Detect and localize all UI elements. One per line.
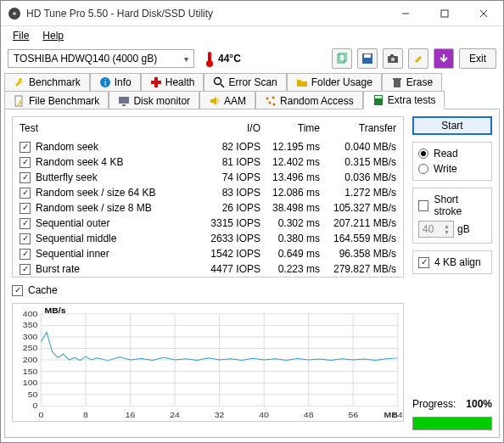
tab-folder-usage[interactable]: Folder Usage [287, 73, 382, 91]
info-icon: i [99, 76, 111, 88]
tab-random-access[interactable]: Random Access [255, 91, 363, 109]
tab-disk-monitor[interactable]: Disk monitor [109, 91, 199, 109]
tab-label: File Benchmark [29, 95, 99, 107]
radio-dot-icon [418, 149, 428, 159]
checkbox-icon [20, 233, 31, 244]
cell-time: 12.195 ms [260, 141, 320, 153]
tab-label: Info [115, 76, 132, 88]
table-row: Burst rate4477 IOPS0.223 ms279.827 MB/s [13, 261, 403, 277]
tab-extra-tests[interactable]: Extra tests [363, 91, 445, 109]
svg-line-18 [221, 84, 224, 87]
radio-read[interactable]: Read [418, 148, 486, 160]
svg-text:350: 350 [23, 321, 38, 330]
cell-io: 74 IOPS [201, 171, 260, 183]
tab-file-benchmark[interactable]: File Benchmark [4, 91, 109, 109]
monitor-icon [118, 95, 130, 107]
svg-text:300: 300 [23, 332, 38, 341]
table-row: Random seek 4 KB81 IOPS12.402 ms0.315 MB… [13, 154, 403, 170]
tab-benchmark[interactable]: Benchmark [4, 73, 90, 91]
checkbox-icon [12, 285, 23, 296]
svg-text:8: 8 [83, 410, 88, 419]
short-stroke-group: Short stroke 40 ▲▼ gB [412, 188, 492, 244]
table-row: Random seek / size 8 MB26 IOPS38.498 ms1… [13, 200, 403, 216]
cell-time: 0.380 ms [260, 233, 320, 244]
checkbox-icon [20, 218, 31, 229]
test-checkbox[interactable]: Random seek / size 8 MB [20, 202, 201, 214]
short-stroke-unit: gB [457, 223, 470, 235]
screenshot-button[interactable] [383, 48, 403, 69]
test-checkbox[interactable]: Random seek [20, 141, 201, 153]
checkbox-icon [20, 203, 31, 214]
svg-text:i: i [104, 78, 106, 87]
start-button[interactable]: Start [412, 116, 492, 135]
cell-transfer: 0.040 MB/s [320, 141, 396, 153]
svg-rect-22 [119, 97, 129, 104]
titlebar: HD Tune Pro 5.50 - Hard Disk/SSD Utility [1, 1, 503, 26]
checkbox-icon [20, 157, 31, 168]
test-checkbox[interactable]: Burst rate [20, 263, 201, 275]
tab-label: Health [165, 76, 195, 88]
close-button[interactable] [464, 1, 503, 26]
tab-health[interactable]: Health [141, 73, 204, 91]
options-button[interactable] [408, 48, 428, 69]
cell-time: 13.496 ms [260, 171, 320, 183]
tab-info[interactable]: iInfo [90, 73, 141, 91]
tab-error-scan[interactable]: Error Scan [204, 73, 286, 91]
wrench-icon [14, 76, 25, 88]
cell-io: 3315 IOPS [201, 217, 260, 229]
menu-help[interactable]: Help [37, 28, 69, 43]
radio-write[interactable]: Write [418, 163, 486, 175]
svg-text:200: 200 [23, 355, 38, 364]
col-io: I/O [201, 122, 260, 134]
save-button[interactable] [357, 48, 378, 69]
svg-text:150: 150 [23, 367, 38, 376]
download-button[interactable] [434, 48, 454, 69]
cell-io: 81 IOPS [201, 156, 260, 168]
cell-transfer: 279.827 MB/s [320, 263, 396, 275]
cell-io: 4477 IOPS [201, 263, 260, 275]
test-name: Random seek 4 KB [36, 156, 123, 168]
align-checkbox[interactable]: 4 KB align [418, 256, 486, 268]
test-checkbox[interactable]: Butterfly seek [20, 171, 201, 183]
test-name: Random seek / size 64 KB [36, 187, 155, 199]
tab-aam[interactable]: AAM [199, 91, 255, 109]
test-checkbox[interactable]: Random seek 4 KB [20, 156, 201, 168]
tab-label: Benchmark [29, 76, 81, 88]
checkbox-icon [20, 172, 31, 183]
menu-file[interactable]: File [8, 28, 34, 43]
svg-point-1 [13, 12, 16, 15]
test-checkbox[interactable]: Sequential outer [20, 217, 201, 229]
chart-svg: 0501001502002503003504000816243240485664… [13, 304, 403, 421]
copy-info-button[interactable] [332, 48, 352, 69]
folder-icon [296, 76, 308, 88]
col-time: Time [260, 122, 320, 134]
cell-transfer: 105.327 MB/s [320, 202, 396, 214]
table-row: Butterfly seek74 IOPS13.496 ms0.036 MB/s [13, 170, 403, 185]
short-stroke-checkbox[interactable]: Short stroke [418, 193, 486, 217]
minimize-button[interactable] [386, 1, 425, 26]
drive-select[interactable]: TOSHIBA HDWQ140 (4000 gB) ▾ [8, 49, 194, 68]
cell-io: 1542 IOPS [201, 248, 260, 260]
cache-checkbox[interactable]: Cache [12, 284, 404, 296]
test-checkbox[interactable]: Random seek / size 64 KB [20, 187, 201, 199]
short-stroke-value[interactable]: 40 ▲▼ [418, 221, 454, 238]
test-name: Sequential outer [36, 217, 109, 229]
cell-transfer: 164.559 MB/s [320, 233, 396, 244]
exit-button[interactable]: Exit [459, 48, 496, 69]
cell-transfer: 96.358 MB/s [320, 248, 396, 260]
test-checkbox[interactable]: Sequential inner [20, 248, 201, 260]
cell-io: 2633 IOPS [201, 233, 260, 244]
svg-rect-12 [390, 54, 394, 57]
test-checkbox[interactable]: Sequential middle [20, 233, 201, 244]
svg-text:250: 250 [23, 344, 38, 353]
tab-label: AAM [224, 95, 246, 107]
checkbox-icon [418, 257, 429, 268]
maximize-button[interactable] [425, 1, 464, 26]
test-name: Sequential inner [36, 248, 109, 260]
mode-group: Read Write [412, 142, 492, 181]
table-row: Sequential outer3315 IOPS0.302 ms207.211… [13, 216, 403, 231]
test-name: Butterfly seek [36, 171, 98, 183]
thermometer-icon [204, 50, 215, 67]
tab-erase[interactable]: Erase [382, 73, 442, 91]
calc-icon [372, 94, 384, 106]
